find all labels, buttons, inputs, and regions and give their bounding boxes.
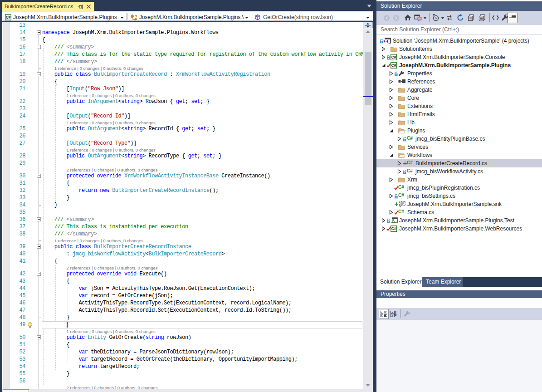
svg-text:C#: C# xyxy=(391,226,396,231)
svg-text:C#: C# xyxy=(391,63,396,68)
svg-text:A: A xyxy=(391,311,393,314)
svg-text:C#: C# xyxy=(391,55,396,59)
svg-text:Z: Z xyxy=(391,314,393,317)
